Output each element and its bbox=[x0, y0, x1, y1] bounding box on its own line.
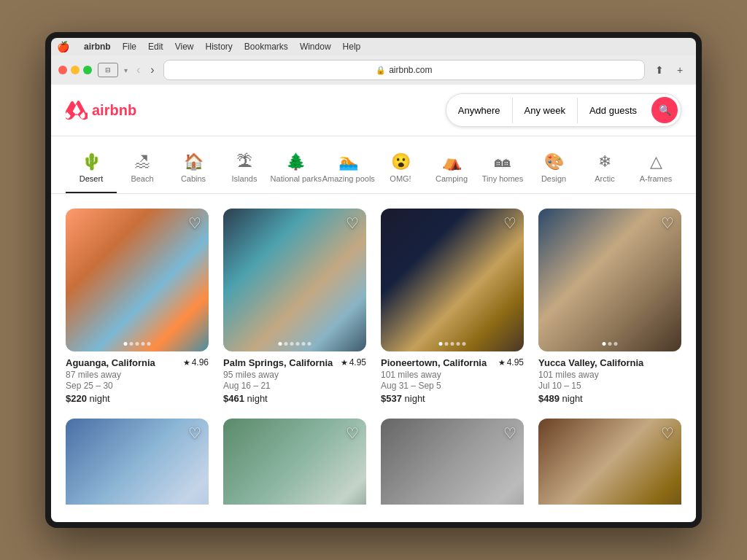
listing-card-2[interactable]: ♡ Palm Springs, California ★4.95 95 mile… bbox=[223, 209, 366, 404]
listing-card-3[interactable]: ♡ Pioneertown, California ★4.95 101 mile… bbox=[381, 209, 524, 404]
category-label: A-frames bbox=[640, 174, 673, 183]
location-search[interactable]: Anywhere bbox=[446, 98, 513, 123]
menu-help[interactable]: Help bbox=[343, 42, 361, 52]
listing-image: ♡ bbox=[66, 419, 209, 505]
wishlist-button[interactable]: ♡ bbox=[661, 216, 674, 230]
airbnb-page: airbnb Anywhere Any week Add guests 🔍 🌵 … bbox=[51, 85, 696, 505]
category-item-cabins[interactable]: 🏠 Cabins bbox=[168, 148, 219, 193]
menu-file[interactable]: File bbox=[123, 42, 136, 52]
category-item-camping[interactable]: ⛺ Camping bbox=[426, 148, 477, 193]
back-button[interactable]: ‹ bbox=[133, 64, 143, 76]
search-bar[interactable]: Anywhere Any week Add guests 🔍 bbox=[446, 93, 681, 127]
menu-window[interactable]: Window bbox=[300, 42, 331, 52]
wishlist-button[interactable]: ♡ bbox=[661, 426, 674, 440]
listing-image: ♡ bbox=[538, 419, 681, 505]
category-label: Cabins bbox=[181, 174, 206, 183]
guests-search[interactable]: Add guests bbox=[578, 98, 649, 123]
tab-switcher[interactable]: ⊟ bbox=[98, 63, 118, 77]
wishlist-button[interactable]: ♡ bbox=[346, 426, 359, 440]
listing-card-8[interactable]: ♡ bbox=[538, 419, 681, 505]
listing-info: Pioneertown, California ★4.95 101 miles … bbox=[381, 351, 524, 404]
dot-indicator bbox=[136, 342, 139, 346]
tab-switcher-arrow[interactable]: ▾ bbox=[124, 66, 128, 74]
category-item-national-parks[interactable]: 🌲 National parks bbox=[270, 148, 322, 193]
dot-indicator bbox=[614, 342, 618, 346]
forward-button[interactable]: › bbox=[147, 64, 157, 76]
listings-grid: ♡ Aguanga, California ★4.96 87 miles awa… bbox=[51, 194, 696, 505]
category-icon: 🌵 bbox=[82, 154, 101, 170]
dot-indicator bbox=[290, 342, 294, 346]
category-label: Islands bbox=[232, 174, 258, 183]
menu-safari[interactable]: airbnb bbox=[84, 42, 111, 52]
wishlist-button[interactable]: ♡ bbox=[188, 426, 201, 440]
laptop-frame: 🍎 airbnb File Edit View History Bookmark… bbox=[45, 32, 702, 528]
dot-indicator bbox=[124, 342, 128, 346]
category-item-design[interactable]: 🎨 Design bbox=[528, 148, 579, 193]
wishlist-button[interactable]: ♡ bbox=[503, 216, 516, 230]
close-button[interactable] bbox=[58, 66, 67, 74]
listing-location: Pioneertown, California bbox=[381, 357, 487, 368]
category-item-omg![interactable]: 😮 OMG! bbox=[375, 148, 426, 193]
menu-history[interactable]: History bbox=[206, 42, 233, 52]
dot-indicator bbox=[451, 342, 454, 346]
minimize-button[interactable] bbox=[71, 66, 80, 74]
listing-info: Yucca Valley, California 101 miles away … bbox=[538, 351, 681, 404]
search-button[interactable]: 🔍 bbox=[651, 97, 678, 123]
listing-photo bbox=[66, 209, 209, 351]
category-item-islands[interactable]: 🏝 Islands bbox=[219, 148, 270, 193]
listing-price: $489 night bbox=[538, 393, 681, 404]
apple-logo: 🍎 bbox=[57, 41, 69, 52]
listing-card-6[interactable]: ♡ bbox=[223, 419, 366, 505]
category-item-desert[interactable]: 🌵 Desert bbox=[66, 148, 117, 193]
category-item-beach[interactable]: 🏖 Beach bbox=[117, 148, 168, 193]
listing-rating: ★4.96 bbox=[183, 357, 209, 368]
dot-indicator bbox=[308, 342, 311, 346]
listing-title-row: Aguanga, California ★4.96 bbox=[66, 357, 209, 368]
menu-edit[interactable]: Edit bbox=[148, 42, 163, 52]
listing-image: ♡ bbox=[66, 209, 209, 351]
dot-indicator bbox=[147, 342, 151, 346]
listing-photo bbox=[538, 209, 681, 351]
listing-location: Palm Springs, California bbox=[223, 357, 333, 368]
listing-card-4[interactable]: ♡ Yucca Valley, California 101 miles awa… bbox=[538, 209, 681, 404]
address-bar[interactable]: 🔒 airbnb.com bbox=[163, 60, 645, 80]
category-label: Camping bbox=[436, 174, 468, 183]
listing-title-row: Palm Springs, California ★4.95 bbox=[223, 357, 366, 368]
fullscreen-button[interactable] bbox=[83, 66, 92, 74]
listing-dates: Jul 10 – 15 bbox=[538, 381, 681, 391]
listing-image: ♡ bbox=[223, 209, 366, 351]
listing-photo bbox=[223, 419, 366, 505]
airbnb-logo-text: airbnb bbox=[92, 102, 136, 119]
category-item-tiny-homes[interactable]: 🏘 Tiny homes bbox=[477, 148, 528, 193]
star-icon: ★ bbox=[341, 358, 348, 368]
listing-card-7[interactable]: ♡ bbox=[381, 419, 524, 505]
listing-card-5[interactable]: ♡ bbox=[66, 419, 209, 505]
wishlist-button[interactable]: ♡ bbox=[188, 216, 201, 230]
listing-card-1[interactable]: ♡ Aguanga, California ★4.96 87 miles awa… bbox=[66, 209, 209, 404]
listing-photo bbox=[66, 419, 209, 505]
category-label: National parks bbox=[271, 174, 322, 183]
dot-indicator bbox=[462, 342, 466, 346]
category-icon: 🎨 bbox=[544, 154, 564, 170]
listing-dates: Aug 16 – 21 bbox=[223, 381, 366, 391]
listing-image: ♡ bbox=[538, 209, 681, 351]
listing-photo bbox=[381, 209, 524, 351]
category-icon: 🏠 bbox=[184, 154, 204, 170]
share-button[interactable]: ⬆ bbox=[651, 61, 668, 79]
airbnb-logo[interactable]: airbnb bbox=[66, 99, 136, 121]
category-icon: 🏊 bbox=[338, 154, 358, 170]
listing-location: Aguanga, California bbox=[66, 357, 155, 368]
rating-value: 4.95 bbox=[349, 357, 366, 368]
category-item-amazing-pools[interactable]: 🏊 Amazing pools bbox=[322, 148, 375, 193]
menu-bookmarks[interactable]: Bookmarks bbox=[244, 42, 288, 52]
category-label: Design bbox=[541, 174, 566, 183]
dots-indicator bbox=[124, 342, 151, 346]
add-tab-button[interactable]: + bbox=[671, 61, 689, 79]
menu-view[interactable]: View bbox=[175, 42, 194, 52]
wishlist-button[interactable]: ♡ bbox=[346, 216, 359, 230]
category-label: Tiny homes bbox=[482, 174, 523, 183]
wishlist-button[interactable]: ♡ bbox=[503, 426, 516, 440]
date-search[interactable]: Any week bbox=[513, 98, 578, 123]
category-item-a-frames[interactable]: △ A-frames bbox=[630, 148, 681, 193]
category-item-arctic[interactable]: ❄ Arctic bbox=[579, 148, 630, 193]
